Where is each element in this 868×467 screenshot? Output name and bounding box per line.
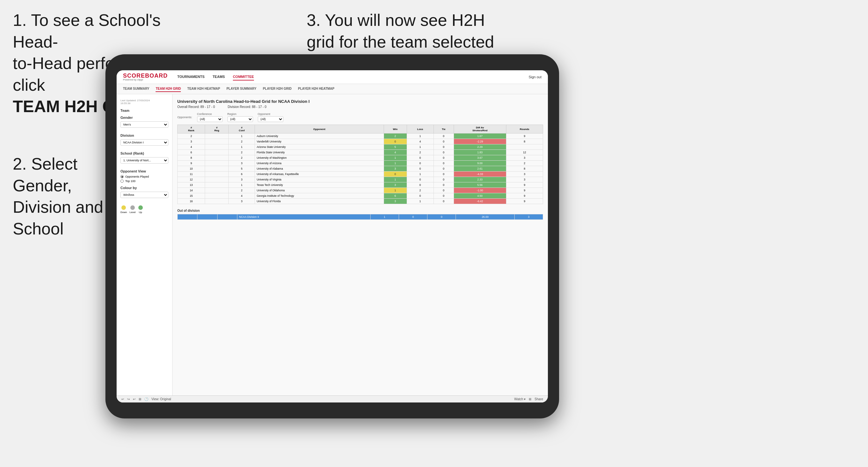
toolbar-share[interactable]: Share <box>534 397 543 401</box>
toolbar-grid[interactable]: ⊞ <box>529 397 531 401</box>
cell-reg <box>205 188 229 193</box>
cell-win: 3 <box>384 166 407 172</box>
radio-circle-2 <box>120 180 124 183</box>
cell-loss: 2 <box>407 188 434 193</box>
radio-opponents-played[interactable]: Opponents Played <box>120 175 168 178</box>
cell-rank: 10 <box>178 166 205 172</box>
cell-diff: 3.67 <box>454 155 506 161</box>
sub-nav-player-summary[interactable]: PLAYER SUMMARY <box>226 86 256 92</box>
cell-rank: 11 <box>178 172 205 177</box>
cell-conf: 3 <box>228 199 255 204</box>
cell-opponent: Arizona State University <box>255 145 384 150</box>
radio2-label: Top 100 <box>125 180 135 183</box>
nav-link-committee[interactable]: COMMITTEE <box>233 73 254 81</box>
cell-diff: -4.33 <box>454 172 506 177</box>
out-of-div-row: NCAA Division II 1 0 0 26.00 3 <box>178 214 543 220</box>
cell-reg <box>205 133 229 139</box>
cell-opponent: Texas Tech University <box>255 182 384 188</box>
cell-win: 0 <box>384 139 407 145</box>
cell-reg <box>205 199 229 204</box>
records-row: Overall Record: 89 - 17 - 0 Division Rec… <box>177 105 543 108</box>
cell-tie: 0 <box>434 139 454 145</box>
cell-opponent: Florida State University <box>255 150 384 155</box>
col-win: Win <box>384 125 407 133</box>
main-content: University of North Carolina Head-to-Hea… <box>173 94 548 396</box>
region-select[interactable]: (All) <box>227 116 253 122</box>
cell-loss: 2 <box>407 150 434 155</box>
cell-rounds: 9 <box>506 193 543 199</box>
toolbar-view[interactable]: View: Original <box>151 397 171 401</box>
cell-reg <box>205 172 229 177</box>
cell-rank: 9 <box>178 161 205 166</box>
cell-loss: 1 <box>407 172 434 177</box>
cell-tie: 0 <box>434 145 454 150</box>
cell-diff: 2.33 <box>454 177 506 182</box>
grid-title: University of North Carolina Head-to-Hea… <box>177 99 543 104</box>
legend-up: Up <box>138 206 143 214</box>
colour-by-label: Colour by <box>120 186 168 190</box>
table-row: 4 1 Arizona State University 5 1 0 2.29 <box>178 145 543 150</box>
toolbar-redo[interactable]: ↪ <box>127 397 130 401</box>
cell-rank: 14 <box>178 188 205 193</box>
conference-select[interactable]: (All) <box>197 116 223 122</box>
table-row: 3 2 Vanderbilt University 0 4 0 -2.29 8 <box>178 139 543 145</box>
division-select[interactable]: NCAA Division I <box>120 139 168 146</box>
sub-nav-player-h2h-heatmap[interactable]: PLAYER H2H HEATMAP <box>298 86 335 92</box>
sign-out-link[interactable]: Sign out <box>529 75 541 79</box>
cell-conf: 4 <box>228 193 255 199</box>
toolbar-clock[interactable]: 🕐 <box>145 397 148 401</box>
cell-opponent: Auburn University <box>255 133 384 139</box>
cell-diff: 1.67 <box>454 133 506 139</box>
cell-conf: 1 <box>228 133 255 139</box>
gender-select[interactable]: Men's <box>120 121 168 128</box>
cell-opponent: Georgia Institute of Technology <box>255 193 384 199</box>
toolbar-copy[interactable]: ⊞ <box>138 397 141 401</box>
cell-diff: 4.50 <box>454 193 506 199</box>
out-name: NCAA Division II <box>237 214 370 220</box>
opponent-select[interactable]: (All) <box>258 116 283 122</box>
sub-nav-team-h2h-heatmap[interactable]: TEAM H2H HEATMAP <box>187 86 220 92</box>
conference-filter: Conference (All) <box>197 113 223 122</box>
col-rank: #Rank <box>178 125 205 133</box>
sub-nav-team-h2h-grid[interactable]: TEAM H2H GRID <box>156 86 181 92</box>
legend-down-label: Down <box>120 211 127 214</box>
opponents-label: Opponents: <box>177 116 192 119</box>
sub-nav-team-summary[interactable]: TEAM SUMMARY <box>123 86 149 92</box>
gender-label: Gender <box>120 116 168 120</box>
overall-record: Overall Record: 89 - 17 - 0 <box>177 105 215 108</box>
toolbar-back[interactable]: ↩ <box>133 397 135 401</box>
sub-nav-player-h2h-grid[interactable]: PLAYER H2H GRID <box>263 86 292 92</box>
col-reg: #Reg <box>205 125 229 133</box>
cell-tie: 0 <box>434 199 454 204</box>
school-select[interactable]: 1. University of Nort... <box>120 157 168 163</box>
opponent-filter: Opponent (All) <box>258 113 283 122</box>
cell-rank: 16 <box>178 199 205 204</box>
cell-win: 1 <box>384 188 407 193</box>
radio-top100[interactable]: Top 100 <box>120 180 168 183</box>
cell-win: 1 <box>384 177 407 182</box>
nav-links: TOURNAMENTS TEAMS COMMITTEE <box>177 73 519 81</box>
cell-reg <box>205 182 229 188</box>
table-row: 14 2 University of Oklahoma 1 2 0 -1.00 … <box>178 188 543 193</box>
out-rounds: 3 <box>514 214 543 220</box>
col-diff: Diff AvStrokes/Rnd <box>454 125 506 133</box>
toolbar-watch[interactable]: Watch ▾ <box>514 397 526 401</box>
cell-rank: 8 <box>178 155 205 161</box>
table-row: 10 5 University of Alabama 3 0 0 2.61 8 <box>178 166 543 172</box>
nav-link-tournaments[interactable]: TOURNAMENTS <box>177 73 205 81</box>
ann1-line1: 1. To see a School's Head- <box>13 11 161 51</box>
cell-tie: 0 <box>434 177 454 182</box>
cell-loss: 0 <box>407 182 434 188</box>
out-of-division-section: Out of division NCAA Division II 1 0 0 <box>177 209 543 220</box>
toolbar-undo[interactable]: ↩ <box>121 397 124 401</box>
out-of-division-label: Out of division <box>177 209 543 212</box>
cell-rounds: 3 <box>506 177 543 182</box>
sidebar: Last Updated: 27/03/2024 16:55:38 Team G… <box>117 94 173 396</box>
nav-link-teams[interactable]: TEAMS <box>212 73 225 81</box>
cell-rounds: 9 <box>506 199 543 204</box>
cell-reg <box>205 155 229 161</box>
colour-by-select[interactable]: Win/loss <box>120 192 168 198</box>
cell-rounds: 8 <box>506 166 543 172</box>
cell-tie: 0 <box>434 172 454 177</box>
cell-reg <box>205 193 229 199</box>
